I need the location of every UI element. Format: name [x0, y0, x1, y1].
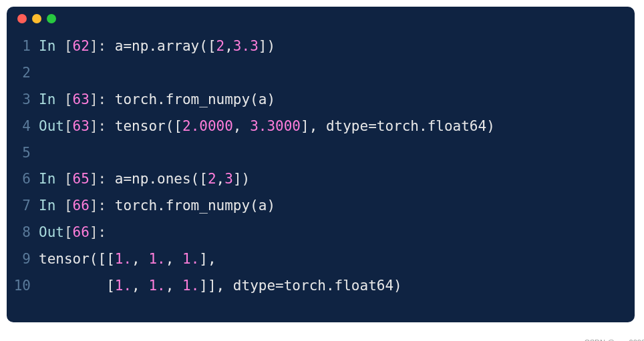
token: tensor([[ [39, 251, 115, 267]
token: 65 [73, 171, 90, 187]
token: , [216, 171, 225, 187]
token: 1. [115, 251, 132, 267]
token: [ [64, 171, 73, 187]
token: , [166, 278, 182, 294]
token: In [39, 91, 64, 107]
token: Out [39, 118, 64, 134]
token: [ [64, 118, 73, 134]
token: ]: [90, 38, 115, 54]
token: , [233, 118, 250, 134]
close-icon[interactable] [17, 14, 27, 23]
line-number: 1 [7, 33, 39, 60]
code-content: tensor([[1., 1., 1.], [39, 246, 621, 273]
token: torch.from_numpy(a) [115, 91, 275, 107]
token: 1. [148, 251, 165, 267]
code-line: 2 [7, 60, 621, 87]
code-line: 3In [63]: torch.from_numpy(a) [7, 87, 621, 113]
line-number: 8 [7, 220, 39, 246]
token: [ [64, 91, 73, 107]
token: tensor([ [115, 118, 182, 134]
token: torch.from_numpy(a) [115, 198, 275, 214]
code-line: 1In [62]: a=np.array([2,3.3]) [7, 33, 621, 60]
token: 62 [73, 38, 90, 54]
line-number: 10 [7, 273, 39, 300]
line-number: 2 [7, 60, 39, 87]
token: 3.3000 [250, 118, 301, 134]
token: [ [64, 38, 73, 54]
line-number: 3 [7, 87, 39, 113]
line-number: 9 [7, 246, 39, 273]
token: In [39, 198, 64, 214]
code-line: 9tensor([[1., 1., 1.], [7, 246, 621, 273]
terminal-window: 1In [62]: a=np.array([2,3.3])23In [63]: … [7, 7, 635, 322]
token: ]) [233, 171, 250, 187]
token: , [166, 251, 182, 267]
code-content: In [66]: torch.from_numpy(a) [39, 193, 621, 220]
code-content: [1., 1., 1.]], dtype=torch.float64) [39, 273, 621, 300]
token: 63 [73, 91, 90, 107]
token: a=np.ones([ [115, 171, 208, 187]
token: , [224, 38, 233, 54]
token: ], dtype=torch.float64) [301, 118, 495, 134]
code-content: Out[63]: tensor([2.0000, 3.3000], dtype=… [39, 113, 621, 140]
token: 2 [208, 171, 216, 187]
token: 1. [182, 251, 199, 267]
code-content [39, 60, 621, 87]
token: 1. [182, 278, 199, 294]
token: 3.3 [233, 38, 259, 54]
code-line: 6In [65]: a=np.ones([2,3]) [7, 166, 621, 193]
maximize-icon[interactable] [47, 14, 56, 23]
line-number: 7 [7, 193, 39, 220]
token: 66 [73, 198, 90, 214]
code-content: In [62]: a=np.array([2,3.3]) [39, 33, 621, 60]
token: ]: [90, 91, 115, 107]
token: ], [199, 251, 216, 267]
code-content: In [65]: a=np.ones([2,3]) [39, 166, 621, 193]
token: ]: [90, 198, 115, 214]
token: ]: [90, 171, 115, 187]
watermark: CSDN @wyw0000 [585, 338, 644, 341]
token: ]: [90, 118, 115, 134]
line-number: 5 [7, 140, 39, 167]
token: [ [64, 198, 73, 214]
token: 2.0000 [182, 118, 233, 134]
code-content [39, 140, 621, 167]
code-line: 8Out[66]: [7, 220, 621, 246]
token: 1. [115, 278, 132, 294]
token: 3 [224, 171, 233, 187]
token: In [39, 171, 64, 187]
minimize-icon[interactable] [32, 14, 41, 23]
token: ]], dtype=torch.float64) [199, 278, 401, 294]
code-line: 7In [66]: torch.from_numpy(a) [7, 193, 621, 220]
code-line: 10 [1., 1., 1.]], dtype=torch.float64) [7, 273, 621, 300]
code-content: Out[66]: [39, 220, 621, 246]
code-line: 4Out[63]: tensor([2.0000, 3.3000], dtype… [7, 113, 621, 140]
token: In [39, 38, 64, 54]
code-line: 5 [7, 140, 621, 167]
token: Out [39, 224, 64, 240]
token: 63 [73, 118, 90, 134]
token: ]: [90, 224, 106, 240]
token: 2 [216, 38, 225, 54]
title-bar [7, 7, 635, 31]
token: , [132, 251, 148, 267]
token: a=np.array([ [115, 38, 216, 54]
code-area: 1In [62]: a=np.array([2,3.3])23In [63]: … [7, 31, 635, 306]
token: , [132, 278, 148, 294]
token: 66 [73, 224, 90, 240]
screenshot-wrapper: 1In [62]: a=np.array([2,3.3])23In [63]: … [7, 7, 644, 341]
token: 1. [148, 278, 165, 294]
line-number: 4 [7, 113, 39, 140]
code-content: In [63]: torch.from_numpy(a) [39, 87, 621, 113]
token: [ [39, 278, 115, 294]
line-number: 6 [7, 166, 39, 193]
token: ]) [259, 38, 275, 54]
token: [ [64, 224, 73, 240]
